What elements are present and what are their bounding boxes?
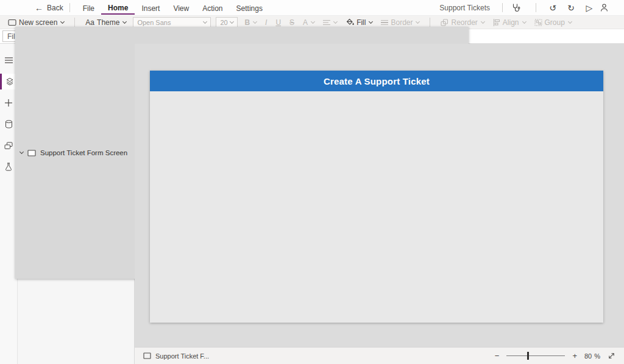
undo-icon[interactable]: ↺	[545, 3, 561, 13]
back-arrow-icon: ←	[35, 3, 43, 13]
fill-bucket-icon	[346, 18, 354, 26]
play-preview-icon[interactable]: ▷	[581, 3, 597, 13]
user-account-icon[interactable]	[600, 3, 615, 12]
menu-view[interactable]: View	[166, 2, 196, 14]
app-name: Support Tickets	[439, 4, 490, 12]
back-label: Back	[47, 4, 63, 12]
hamburger-menu-icon[interactable]	[0, 52, 17, 68]
zoom-slider-handle[interactable]	[527, 352, 529, 360]
app-screen-preview[interactable]: Create A Support Ticket	[150, 71, 603, 323]
status-bar: Support Ticket F... − + 80 %	[135, 347, 624, 364]
menu-insert[interactable]: Insert	[135, 2, 166, 14]
chevron-down-icon[interactable]	[20, 150, 24, 154]
align-icon	[493, 19, 500, 26]
theme-icon: Aa	[85, 18, 94, 27]
menu-home[interactable]: Home	[101, 1, 135, 15]
reorder-icon	[441, 19, 448, 26]
screen-icon	[27, 150, 36, 156]
data-sources-icon[interactable]	[0, 116, 17, 132]
divider	[536, 3, 536, 12]
tree-view-icon[interactable]	[0, 74, 17, 89]
font-size-select[interactable]: 20	[216, 17, 238, 27]
advanced-tools-icon[interactable]	[0, 159, 17, 175]
border-icon	[381, 19, 388, 26]
back-button[interactable]: ← Back	[35, 3, 63, 13]
screen-titlebar[interactable]: Create A Support Ticket	[150, 71, 603, 91]
divider	[74, 18, 75, 27]
insert-plus-icon[interactable]	[0, 95, 17, 111]
current-screen-label: Support Ticket F...	[155, 352, 209, 360]
group-button[interactable]: Group	[530, 16, 576, 29]
current-screen-indicator[interactable]: Support Ticket F...	[143, 352, 209, 360]
tree-view-panel: Tree view × Screens Components App	[18, 44, 135, 364]
divider	[502, 3, 503, 12]
menu-settings[interactable]: Settings	[230, 2, 269, 14]
menu-action[interactable]: Action	[196, 2, 229, 14]
zoom-in-button[interactable]: +	[572, 351, 577, 360]
zoom-slider[interactable]	[506, 355, 565, 356]
align-button[interactable]: Align	[489, 16, 530, 29]
design-canvas[interactable]: Create A Support Ticket	[135, 44, 624, 347]
font-family-select[interactable]: Open Sans	[133, 17, 211, 27]
group-icon	[534, 19, 542, 26]
screen-title-text: Create A Support Ticket	[324, 76, 430, 86]
text-align-icon	[323, 19, 330, 26]
zoom-percentage: 80 %	[584, 352, 600, 360]
top-menu-bar: ← Back File Home Insert View Action Sett…	[0, 0, 624, 16]
fit-to-window-icon[interactable]	[608, 352, 615, 360]
redo-icon[interactable]: ↻	[563, 3, 579, 13]
media-icon[interactable]	[0, 138, 17, 153]
screen-icon	[143, 352, 151, 359]
app-checker-icon[interactable]	[511, 3, 527, 12]
divider	[430, 18, 430, 27]
zoom-out-button[interactable]: −	[495, 351, 500, 360]
divider	[69, 3, 70, 12]
new-screen-icon	[8, 19, 16, 26]
menu-file[interactable]: File	[76, 2, 101, 14]
